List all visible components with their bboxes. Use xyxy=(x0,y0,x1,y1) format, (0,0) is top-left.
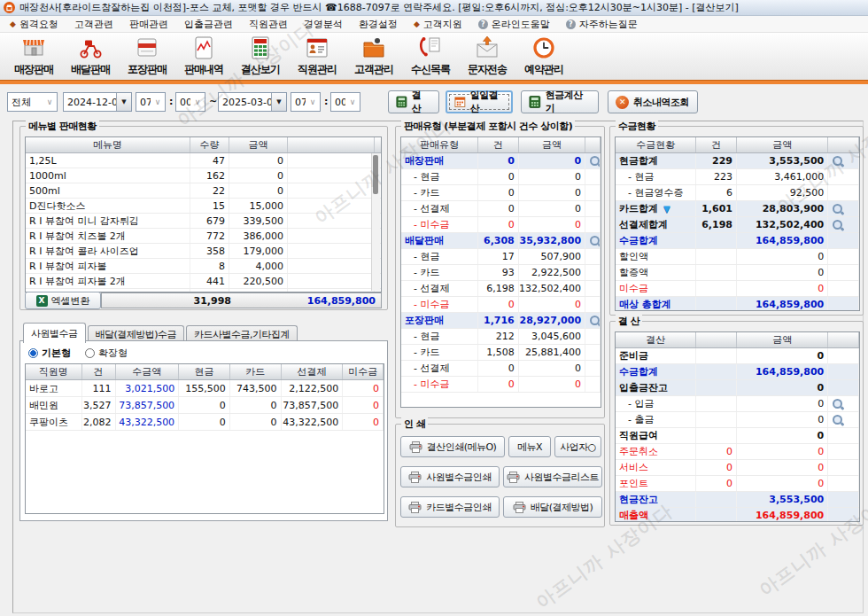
table-row[interactable]: 배달판매6,308135,932,800 xyxy=(401,233,601,249)
table-row[interactable]: R I 뷰참여 미니 감자튀김679339,500 xyxy=(26,214,381,229)
table-row[interactable]: - 현금2123,045,600 xyxy=(401,329,601,345)
table-row[interactable]: 선결제합계6,198132,502,400 xyxy=(616,217,859,233)
scope-select[interactable]: 전체∨ xyxy=(7,92,58,112)
table-row[interactable]: - 선결제6,198132,502,400 xyxy=(401,281,601,297)
table-row[interactable]: - 미수금00 xyxy=(401,377,601,393)
table-row[interactable]: 미수금0 xyxy=(616,281,859,297)
hour-from-select[interactable]: 07∨ xyxy=(136,92,166,112)
cash-calculator-button[interactable]: 현금계산기 xyxy=(521,90,599,113)
table-row[interactable]: 포장판매1,71628,927,000 xyxy=(401,313,601,329)
menu-item-customer-support[interactable]: ◆고객지원 xyxy=(406,16,470,32)
menu-item-online-help[interactable]: ?온라인도움말 xyxy=(470,16,558,32)
magnifier-icon[interactable] xyxy=(589,155,596,168)
table-row[interactable]: 입출금잔고0 xyxy=(616,380,859,396)
toolbar-button-takeout-sale[interactable]: 포장판매 xyxy=(119,33,175,80)
minute-from-select[interactable]: 00∨ xyxy=(175,92,205,112)
table-row[interactable]: 할인액0 xyxy=(616,249,859,265)
menu-item-faq[interactable]: ?자주하는질문 xyxy=(558,16,646,32)
table-row[interactable]: 바로고1113,021,500155,500743,5002,122,5000 xyxy=(26,380,384,397)
toolbar-button-delivery-sale[interactable]: 배달판매 xyxy=(62,33,119,80)
table-row[interactable]: 매출액164,859,800 xyxy=(616,508,859,522)
table-row[interactable]: - 현금2233,461,000 xyxy=(616,169,859,185)
toolbar-button-received-list[interactable]: 수신목록 xyxy=(402,33,459,80)
date-from-picker[interactable]: 2024-12-01▼ xyxy=(63,92,132,112)
table-row[interactable]: - 현금00 xyxy=(401,169,601,185)
table-row[interactable]: 할증액0 xyxy=(616,265,859,281)
print-employee-collection-button[interactable]: 사원별수금인쇄 xyxy=(400,466,500,487)
magnifier-icon[interactable] xyxy=(589,315,596,327)
table-row[interactable]: - 입금0 xyxy=(616,396,859,412)
table-row[interactable]: 서비스00 xyxy=(616,460,859,476)
table-row[interactable]: 주문취소00 xyxy=(616,444,859,460)
magnifier-icon[interactable] xyxy=(832,398,844,410)
print-delivery-payment-button[interactable]: 배달(결제방법) xyxy=(503,496,602,518)
toolbar-button-store-sale[interactable]: 매장판매 xyxy=(5,33,62,80)
menu-item-business-analysis[interactable]: 경영분석 xyxy=(296,16,351,32)
table-row[interactable]: 수금합계164,859,800 xyxy=(616,364,859,380)
table-row[interactable]: 1000ml1620 xyxy=(26,168,381,183)
table-row[interactable]: 카드합계▼1,60128,803,900 xyxy=(616,201,859,217)
business-o-button[interactable]: 사업자○ xyxy=(554,436,601,457)
toolbar-button-staff-management[interactable]: 직원관리 xyxy=(289,33,345,80)
table-row[interactable]: 500ml220 xyxy=(26,183,381,199)
print-settlement-menu-button[interactable]: 결산인쇄(메뉴O) xyxy=(400,436,505,457)
magnifier-icon[interactable] xyxy=(832,155,844,168)
cancel-history-button[interactable]: ✕ 취소내역조회 xyxy=(608,90,698,113)
menu-item-sales-related[interactable]: 판매관련 xyxy=(121,16,176,32)
table-row[interactable]: 매장판매00 xyxy=(401,153,601,169)
table-row[interactable]: 1,25L470 xyxy=(26,153,381,168)
settle-button[interactable]: 결 산 xyxy=(388,90,439,113)
table-row[interactable]: - 출금0 xyxy=(616,412,859,428)
table-row[interactable]: 준비금0 xyxy=(616,348,859,364)
magnifier-icon[interactable] xyxy=(832,414,844,426)
table-row[interactable]: 현금잔고3,553,500 xyxy=(616,492,859,508)
table-row[interactable]: R I 뷰참여 콜라 사이즈업358179,000 xyxy=(26,244,381,259)
date-to-picker[interactable]: 2025-03-01▼ xyxy=(218,92,287,112)
table-row[interactable]: D진다핫소스1515,000 xyxy=(26,199,381,214)
magnifier-icon[interactable] xyxy=(832,219,844,231)
table-row[interactable]: R I 뷰참여 피자볼84,000 xyxy=(26,259,381,274)
radio-extended[interactable]: 확장형 xyxy=(85,347,128,360)
toolbar-button-reservation[interactable]: 예약관리 xyxy=(515,33,572,80)
table-row[interactable]: 쿠팡이츠2,08243,322,5000043,322,5000 xyxy=(26,414,384,431)
table-row[interactable]: 직원급여0 xyxy=(616,428,859,444)
table-row[interactable]: - 카드00 xyxy=(401,185,601,201)
table-row[interactable]: 포인트00 xyxy=(616,476,859,492)
menu-item-settings[interactable]: 환경설정 xyxy=(351,16,406,32)
table-row[interactable]: - 카드932,922,500 xyxy=(401,265,601,281)
menu-item-customer-related[interactable]: 고객관련 xyxy=(66,16,121,32)
table-row[interactable]: R I 뷰참여 피자볼 2개441220,500 xyxy=(26,274,381,289)
table-row[interactable]: - 카드1,50825,881,400 xyxy=(401,345,601,361)
menu-item-cash-flow[interactable]: 입출금관련 xyxy=(176,16,241,32)
magnifier-icon[interactable] xyxy=(589,235,596,247)
tab-employee-collection[interactable]: 사원별수금 xyxy=(23,323,86,343)
toolbar-button-customer-management[interactable]: 고객관리 xyxy=(345,33,402,80)
table-row[interactable]: 수금합계164,859,800 xyxy=(616,233,859,249)
hour-to-select[interactable]: 07∨ xyxy=(291,92,321,112)
excel-export-button[interactable]: X 엑셀변환 xyxy=(25,292,101,309)
scrollbar-thumb[interactable] xyxy=(373,155,378,194)
toolbar-button-sales-history[interactable]: 판매내역 xyxy=(175,33,232,80)
toolbar-button-sms-send[interactable]: 문자전송 xyxy=(459,33,515,80)
employee-collection-list-button[interactable]: 사원별수금리스트 xyxy=(503,466,602,487)
table-row[interactable]: - 현금17507,900 xyxy=(401,249,601,265)
table-row[interactable]: 배민원3,52773,857,5000073,857,5000 xyxy=(26,397,384,414)
menu-item-remote-request[interactable]: ◆원격요청 xyxy=(2,16,66,32)
daily-settlement-button[interactable]: 일일결산 xyxy=(446,90,513,113)
print-card-collection-button[interactable]: 카드별수금인쇄 xyxy=(400,496,500,518)
toolbar-button-settlement-view[interactable]: 결산보기 xyxy=(232,33,289,80)
table-row[interactable]: - 선결제00 xyxy=(401,201,601,217)
table-row[interactable]: - 현금영수증692,500 xyxy=(616,185,859,201)
radio-basic[interactable]: 기본형 xyxy=(28,347,71,360)
menu-x-button[interactable]: 메뉴X xyxy=(508,436,551,457)
table-row[interactable]: - 미수금00 xyxy=(401,297,601,313)
menu-item-staff-related[interactable]: 직원관련 xyxy=(241,16,296,32)
minute-to-select[interactable]: 00∨ xyxy=(330,92,360,112)
table-row[interactable]: 현금합계2293,553,500 xyxy=(616,153,859,169)
table-row[interactable]: - 선결제00 xyxy=(401,361,601,377)
table-row[interactable]: R I 뷰참여 치즈볼 2개772386,000 xyxy=(26,229,381,244)
magnifier-icon[interactable] xyxy=(832,203,844,215)
table-row[interactable]: - 미수금00 xyxy=(401,217,601,233)
scrollbar[interactable] xyxy=(371,153,380,291)
table-row[interactable]: 매상 총합계164,859,800 xyxy=(616,297,859,311)
